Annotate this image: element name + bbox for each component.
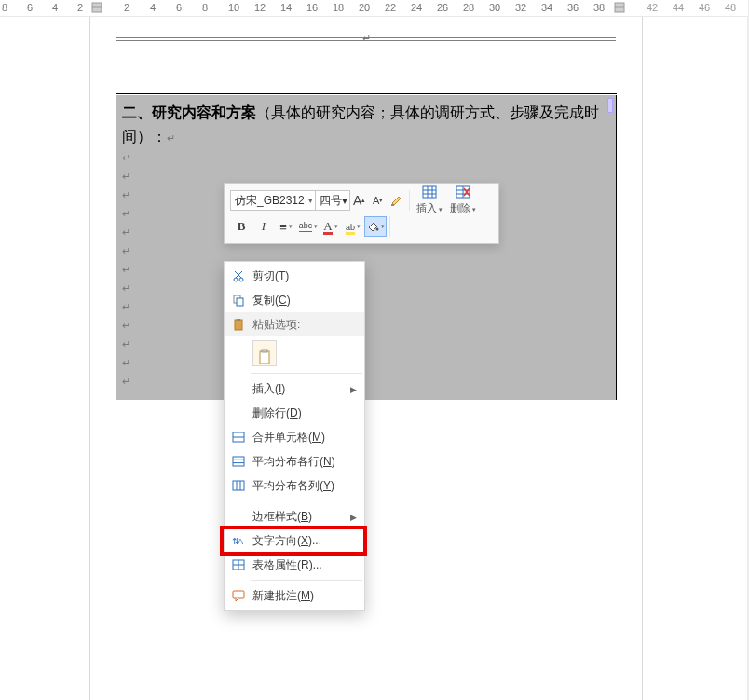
shrink-font-button[interactable]: A▾ [369, 190, 388, 211]
menu-separator [251, 580, 362, 581]
paragraph-mark-icon: ↵ [122, 301, 130, 313]
table-delete-group[interactable]: 删除▾ [446, 185, 480, 215]
chevron-down-icon: ▾ [308, 196, 313, 205]
ruler-tick: 26 [437, 2, 448, 13]
menu-delete-row[interactable]: 删除行(D) [225, 401, 364, 425]
paragraph-mark-icon: ↵ [122, 189, 130, 201]
paint-bucket-icon [366, 220, 379, 233]
ruler-tick: 4 [52, 2, 58, 13]
editor-viewport: 8 6 4 2 2 4 6 8 10 12 14 16 18 20 22 24 … [0, 0, 749, 700]
horizontal-ruler[interactable]: 8 6 4 2 2 4 6 8 10 12 14 16 18 20 22 24 … [0, 0, 748, 17]
text-direction-icon: ⇅A [230, 534, 247, 547]
delete-label: 删除 [450, 202, 470, 213]
mini-toolbar: 仿宋_GB2312 ▾ 四号 ▾ A▴ A▾ 插入▾ [224, 183, 499, 244]
bold-button[interactable]: B [230, 216, 252, 237]
paragraph-mark-icon: ↵ [167, 132, 175, 144]
paragraph-mark-icon: ↵ [122, 152, 130, 164]
menu-paste-options-header: 粘贴选项: [225, 312, 364, 336]
ruler-tick: 46 [699, 2, 710, 13]
highlight-button[interactable]: ab▾ [342, 216, 364, 237]
ruler-tick: 30 [489, 2, 500, 13]
svg-point-16 [376, 228, 379, 231]
svg-rect-1 [92, 7, 102, 12]
menu-table-properties[interactable]: 表格属性(R)... [225, 553, 364, 577]
context-menu: 剪切(T) 复制(C) 粘贴选项: 插入(I) ▶ 删除行(D) 合并单元格(M… [224, 261, 365, 611]
svg-text:A: A [238, 537, 243, 546]
shading-button[interactable]: ▾ [364, 216, 387, 237]
font-color-button[interactable]: A▾ [320, 216, 342, 237]
paragraph-mark-icon: ↵ [122, 320, 130, 332]
ruler-tick: 20 [359, 2, 370, 13]
table-insert-icon [422, 185, 437, 200]
menu-new-comment[interactable]: 新建批注(M) [225, 583, 364, 608]
ruler-tick: 42 [647, 2, 658, 13]
svg-rect-3 [615, 7, 624, 12]
menu-cut[interactable]: 剪切(T) [225, 264, 364, 288]
paragraph-mark-icon: ↵ [362, 33, 371, 45]
paragraph-mark-icon: ↵ [122, 357, 130, 369]
merge-cells-icon [230, 431, 247, 444]
insert-label: 插入 [416, 202, 437, 213]
table-top-border [116, 93, 617, 94]
svg-line-19 [236, 271, 242, 278]
menu-merge-cells[interactable]: 合并单元格(M) [225, 425, 364, 449]
paste-keep-source-button[interactable] [252, 340, 277, 366]
font-name-combo[interactable]: 仿宋_GB2312 ▾ [230, 190, 316, 211]
table-insert-group[interactable]: 插入▾ [413, 185, 446, 215]
svg-rect-32 [233, 481, 244, 490]
copy-icon [230, 294, 247, 307]
align-button[interactable]: ≡▾ [275, 216, 297, 237]
menu-copy[interactable]: 复制(C) [225, 288, 364, 312]
menu-distribute-rows[interactable]: 平均分布各行(N) [225, 449, 364, 474]
section-heading-bold: 二、研究内容和方案 [122, 104, 256, 120]
ruler-tick: 14 [280, 2, 292, 13]
ruler-tick: 38 [593, 2, 605, 13]
chevron-right-icon: ▶ [350, 513, 357, 522]
paragraph-mark-icon: ↵ [122, 338, 130, 350]
ruler-right-grip[interactable] [613, 0, 628, 15]
paragraph-mark-icon: ↵ [122, 376, 130, 388]
ruler-indent-grip[interactable] [90, 0, 105, 15]
menu-distribute-cols[interactable]: 平均分布各列(Y) [225, 474, 364, 498]
grow-font-button[interactable]: A▴ [350, 190, 369, 211]
ruler-tick: 24 [411, 2, 422, 13]
ruler-tick: 36 [567, 2, 579, 13]
ruler-tick: 10 [228, 2, 239, 13]
paragraph-mark-icon: ↵ [122, 171, 130, 183]
clipboard-icon [230, 318, 247, 331]
svg-rect-23 [235, 320, 242, 330]
document-page[interactable]: ↵ 二、研究内容和方案（具体的研究内容；具体的调研方式、步骤及完成时间）：↵ ↵… [90, 17, 642, 700]
clipboard-icon [258, 349, 271, 365]
scissors-icon [230, 269, 247, 282]
svg-point-17 [234, 278, 238, 281]
chevron-down-icon: ▾ [472, 206, 476, 213]
svg-rect-40 [233, 591, 244, 598]
paragraph-mark-icon: ↵ [122, 282, 130, 295]
ruler-tick: 22 [385, 2, 396, 13]
svg-rect-22 [237, 298, 243, 306]
page-blank-area[interactable] [116, 400, 617, 700]
font-name-value: 仿宋_GB2312 [235, 193, 305, 209]
menu-border-style[interactable]: 边框样式(B) ▶ [225, 504, 364, 528]
phonetic-guide-button[interactable]: abc▾ [297, 216, 320, 237]
svg-rect-0 [92, 3, 102, 7]
font-size-combo[interactable]: 四号 ▾ [316, 190, 350, 211]
svg-rect-26 [262, 350, 267, 352]
ruler-tick: 4 [150, 2, 156, 13]
menu-text-direction[interactable]: ⇅A 文字方向(X)... [225, 528, 364, 553]
svg-rect-2 [615, 3, 624, 7]
svg-rect-4 [391, 204, 394, 206]
table-delete-icon [456, 185, 470, 200]
table-properties-icon [230, 558, 247, 571]
format-painter-button[interactable] [388, 190, 406, 211]
menu-separator [251, 501, 362, 501]
distribute-rows-icon [230, 455, 247, 468]
ruler-tick: 2 [77, 2, 83, 13]
text-cursor [607, 98, 613, 113]
chevron-down-icon: ▾ [342, 194, 347, 207]
menu-insert[interactable]: 插入(I) ▶ [225, 377, 364, 401]
svg-point-18 [239, 278, 243, 281]
ruler-tick: 16 [306, 2, 318, 13]
ruler-tick: 6 [27, 2, 33, 13]
italic-button[interactable]: I [252, 216, 275, 237]
